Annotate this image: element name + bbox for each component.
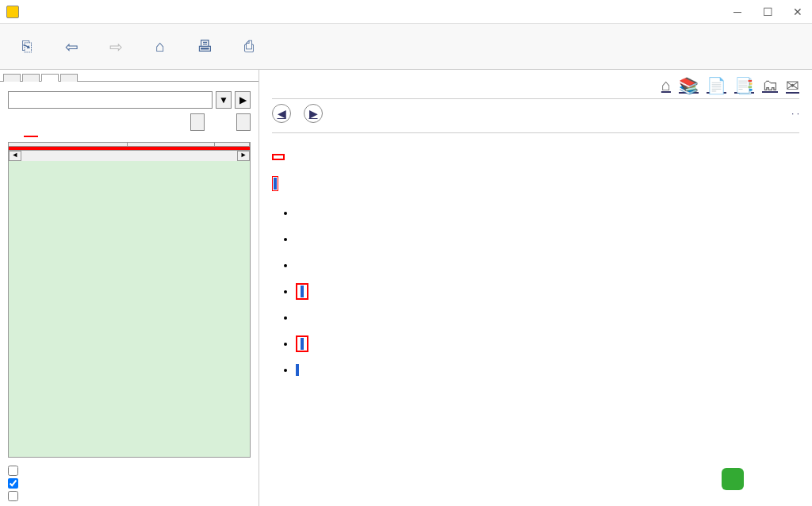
results-table[interactable]: ◄ ► — [8, 142, 251, 458]
doc-title — [272, 76, 661, 88]
hide-icon: ⎘ — [22, 37, 32, 56]
hide-button[interactable]: ⎘ — [8, 28, 46, 66]
master-icon: 🗂 — [762, 76, 778, 94]
tab-contents[interactable] — [3, 74, 21, 82]
found-count — [24, 136, 38, 137]
app-icon — [6, 6, 19, 18]
list-item — [296, 233, 799, 245]
prev-link[interactable]: ◀ — [272, 104, 291, 123]
contact-icon: ✉ — [786, 76, 799, 95]
nav-home[interactable]: ⌂ — [661, 76, 671, 95]
index-icon: 📑 — [734, 76, 754, 95]
h-scrollbar[interactable]: ◄ ► — [9, 150, 250, 161]
chapter-toc — [296, 207, 799, 376]
minimize-button[interactable]: ─ — [730, 6, 745, 18]
chk-similar[interactable] — [8, 478, 251, 489]
col-title[interactable] — [9, 143, 128, 146]
nav-booklist[interactable]: 📚 — [679, 76, 699, 95]
format-links: · · — [791, 108, 799, 119]
toc-link[interactable] — [296, 335, 308, 352]
print-icon: 🖶 — [197, 37, 213, 56]
home-button[interactable]: ⌂ — [141, 28, 179, 66]
maximize-button[interactable]: ☐ — [760, 6, 776, 18]
nav-contents[interactable]: 📄 — [707, 76, 726, 95]
search-dropdown-button[interactable]: ▼ — [216, 91, 232, 109]
list-item — [296, 286, 799, 297]
tab-strip — [0, 70, 259, 82]
tab-search[interactable] — [41, 74, 59, 82]
sidebar: ▼ ▶ ◄ ► — [0, 70, 259, 506]
home-icon: ⌂ — [661, 76, 671, 94]
tab-index[interactable] — [22, 74, 40, 82]
book-icon: 📚 — [679, 76, 699, 95]
toc-link[interactable] — [296, 364, 299, 376]
close-button[interactable]: ✕ — [790, 6, 806, 18]
list-item — [296, 207, 799, 219]
forward-button: ⇨ — [97, 28, 135, 66]
chapter-heading — [272, 144, 799, 165]
next-icon: ▶ — [304, 104, 323, 123]
list-item — [296, 259, 799, 271]
options-button[interactable]: ⎙ — [230, 28, 268, 66]
nav-index[interactable]: 📑 — [734, 76, 754, 95]
options-icon: ⎙ — [244, 37, 254, 56]
search-pane: ▼ ▶ ◄ ► — [0, 82, 259, 506]
col-rank[interactable] — [215, 143, 250, 146]
list-topics-button[interactable] — [190, 113, 205, 131]
chk-previous[interactable] — [8, 466, 251, 476]
col-location[interactable] — [128, 143, 215, 146]
scroll-left-icon[interactable]: ◄ — [9, 151, 21, 161]
home-icon: ⌂ — [155, 37, 165, 56]
nav-master[interactable]: 🗂 — [762, 76, 778, 95]
back-icon: ⇦ — [65, 37, 79, 56]
doc-nav: ⌂ 📚 📄 📑 🗂 ✉ — [661, 76, 799, 95]
tab-favorites[interactable] — [60, 74, 78, 82]
search-go-button[interactable]: ▶ — [235, 91, 251, 109]
toc-link[interactable] — [296, 283, 308, 300]
next-link[interactable]: ▶ — [304, 104, 323, 123]
titlebar: ─ ☐ ✕ — [0, 0, 812, 24]
toolbar: ⎘ ⇦ ⇨ ⌂ 🖶 ⎙ — [0, 24, 812, 70]
contents-icon: 📄 — [707, 76, 726, 95]
list-item — [296, 364, 799, 376]
list-item — [296, 338, 799, 350]
chk-titles[interactable] — [8, 491, 251, 501]
display-button[interactable] — [236, 113, 251, 131]
search-input[interactable] — [8, 91, 213, 109]
nav-contact[interactable]: ✉ — [786, 76, 799, 95]
prev-icon: ◀ — [272, 104, 291, 123]
scroll-right-icon[interactable]: ► — [237, 151, 250, 161]
list-item — [296, 312, 799, 324]
intro-paragraph — [272, 176, 799, 193]
back-button[interactable]: ⇦ — [52, 28, 90, 66]
print-button[interactable]: 🖶 — [186, 28, 224, 66]
forward-icon: ⇨ — [109, 37, 123, 56]
content-pane[interactable]: ⌂ 📚 📄 📑 🗂 ✉ ◀ ▶ · · — [259, 70, 812, 506]
